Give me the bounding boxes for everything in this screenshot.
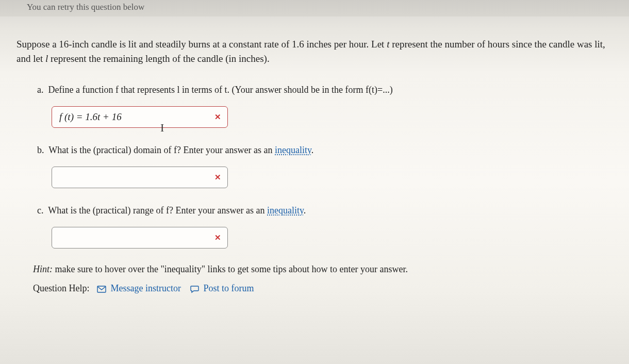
part-c-text-1: What is the (practical) range of — [48, 205, 166, 216]
incorrect-icon: ✕ — [213, 112, 222, 122]
hint-text: Hint: make sure to hover over the "inequ… — [16, 264, 613, 275]
part-a-answer-value: f (t) = 1.6t + 16 — [59, 111, 122, 123]
problem-text-3: represent the remaining length of the ca… — [48, 53, 269, 64]
part-a-prompt: a. Define a function f that represents l… — [37, 83, 613, 97]
part-b-label: b. — [37, 145, 44, 155]
mail-icon — [97, 286, 106, 293]
problem-statement: Suppose a 16-inch candle is lit and stea… — [16, 37, 613, 65]
part-b-answer-input[interactable]: ✕ — [52, 167, 228, 188]
hint-body: make sure to hover over the "inequality"… — [53, 264, 408, 274]
hint-label: Hint: — [33, 264, 53, 274]
part-c-label: c. — [37, 205, 44, 216]
part-a-text-1: Define a function — [48, 85, 115, 95]
part-a-label: a. — [37, 85, 44, 95]
part-a-answer-row: f (t) = 1.6t + 16 ✕ I — [52, 106, 613, 128]
part-a-text-2: that represents — [119, 85, 177, 95]
part-a-answer-input[interactable]: f (t) = 1.6t + 16 ✕ I — [52, 106, 228, 128]
question-help: Question Help: Message instructor Post t… — [16, 283, 613, 294]
inequality-link[interactable]: inequality — [267, 205, 304, 216]
part-b-answer-row: ✕ — [52, 167, 613, 188]
part-c: c. What is the (practical) range of f? E… — [16, 204, 613, 249]
part-c-text-3: . — [304, 205, 306, 216]
question-content: Suppose a 16-inch candle is lit and stea… — [0, 16, 629, 294]
part-a-text-3: in terms of — [179, 85, 224, 95]
incorrect-icon: ✕ — [213, 173, 222, 182]
retry-text: You can retry this question below — [27, 2, 144, 12]
part-b-prompt: b. What is the (practical) domain of f? … — [37, 143, 613, 157]
problem-text-1: Suppose a 16-inch candle is lit and stea… — [16, 39, 387, 49]
part-b-text-1: What is the (practical) domain of — [48, 145, 174, 155]
speech-bubble-icon — [190, 285, 199, 293]
part-c-answer-input[interactable]: ✕ — [52, 227, 228, 249]
incorrect-icon: ✕ — [213, 233, 222, 242]
inequality-link[interactable]: inequality — [275, 145, 311, 155]
message-instructor-link[interactable]: Message instructor — [111, 283, 181, 293]
part-b: b. What is the (practical) domain of f? … — [16, 143, 613, 188]
text-caret-icon: I — [160, 121, 164, 135]
part-a-text-4: . (Your answer should be in the form f(t… — [227, 85, 392, 95]
part-c-answer-row: ✕ — [52, 227, 613, 249]
question-help-label: Question Help: — [33, 283, 90, 293]
post-to-forum-link[interactable]: Post to forum — [203, 283, 254, 293]
part-c-prompt: c. What is the (practical) range of f? E… — [37, 204, 613, 218]
retry-banner: You can retry this question below — [0, 0, 629, 16]
part-b-text-2: ? Enter your answer as an — [177, 145, 275, 155]
part-b-text-3: . — [311, 145, 314, 155]
part-a: a. Define a function f that represents l… — [16, 83, 613, 128]
part-c-text-2: ? Enter your answer as an — [169, 205, 267, 216]
